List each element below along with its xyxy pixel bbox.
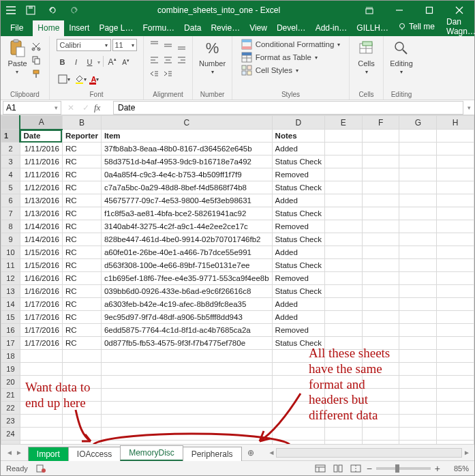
cell[interactable] (362, 194, 399, 207)
cell[interactable] (272, 428, 324, 441)
cell[interactable] (362, 246, 399, 259)
fill-color-button[interactable]: ▾ (73, 73, 88, 85)
cell[interactable]: Added (272, 194, 324, 207)
cell[interactable] (101, 350, 272, 363)
cell[interactable] (399, 311, 437, 324)
cell[interactable] (362, 168, 399, 181)
cell[interactable] (399, 194, 437, 207)
cell[interactable] (272, 376, 324, 389)
cell[interactable] (20, 415, 62, 428)
cell[interactable]: RC (62, 298, 101, 311)
cell[interactable] (101, 402, 272, 415)
cell[interactable] (362, 402, 399, 415)
cell[interactable] (20, 363, 62, 376)
cell[interactable] (362, 311, 399, 324)
row-header[interactable]: 18 (1, 350, 20, 363)
cell[interactable]: RC (62, 246, 101, 259)
cell[interactable] (362, 376, 399, 389)
cell[interactable] (399, 272, 437, 285)
cell[interactable]: Date (20, 130, 62, 143)
cell[interactable]: Status Check (272, 233, 324, 246)
cell[interactable] (362, 272, 399, 285)
cell[interactable] (324, 285, 362, 298)
cell[interactable]: 1/15/2016 (20, 259, 62, 272)
cell[interactable]: 9ec95d97-9f7d-48df-a906-5b5fff8dd943 (101, 311, 272, 324)
paste-button[interactable]: Paste ▾ (7, 39, 27, 75)
cell[interactable] (272, 441, 324, 445)
cell[interactable] (101, 441, 272, 445)
cell[interactable] (437, 441, 474, 445)
formula-bar[interactable]: Date (113, 101, 463, 115)
cell[interactable]: Status Check (272, 285, 324, 298)
cell[interactable]: 1/13/2016 (20, 194, 62, 207)
cell[interactable] (399, 363, 437, 376)
cell[interactable] (362, 220, 399, 233)
cell[interactable] (399, 130, 437, 143)
cell[interactable] (101, 389, 272, 402)
cut-button[interactable] (30, 40, 42, 53)
cell[interactable] (399, 220, 437, 233)
cell[interactable] (272, 350, 324, 363)
cell[interactable] (324, 220, 362, 233)
cell[interactable] (324, 233, 362, 246)
row-header[interactable]: 24 (1, 428, 20, 441)
cancel-formula-button[interactable]: ✕ (64, 103, 78, 113)
cell[interactable]: RC (62, 155, 101, 168)
tell-me[interactable]: Tell me (393, 19, 440, 35)
cell[interactable] (272, 363, 324, 376)
cell[interactable]: RC (62, 207, 101, 220)
page-break-view-button[interactable] (349, 463, 363, 474)
column-header-H[interactable]: H (437, 116, 474, 130)
cell[interactable] (62, 363, 101, 376)
cell[interactable] (399, 350, 437, 363)
macro-record-icon[interactable] (36, 464, 46, 473)
cell[interactable] (399, 376, 437, 389)
cell[interactable] (399, 415, 437, 428)
cell[interactable] (399, 324, 437, 337)
column-header-B[interactable]: B (62, 116, 101, 130)
cell[interactable] (399, 298, 437, 311)
cell[interactable] (399, 155, 437, 168)
cell[interactable]: RC (62, 194, 101, 207)
row-header[interactable]: 13 (1, 285, 20, 298)
borders-button[interactable]: ▾ (57, 73, 72, 85)
cell[interactable]: 828be447-461d-4be0-9914-02b70701746fb2 (101, 233, 272, 246)
cell[interactable]: Added (272, 311, 324, 324)
increase-indent-button[interactable] (162, 68, 174, 80)
cell[interactable] (399, 168, 437, 181)
cell[interactable]: Added (272, 298, 324, 311)
cell[interactable] (362, 181, 399, 194)
cell[interactable] (324, 194, 362, 207)
cell[interactable]: 3140ab4f-3275-4c2f-a9c1-44e2ee2ce17c (101, 220, 272, 233)
sheet-nav-prev[interactable]: ◄ (6, 449, 13, 456)
cell[interactable] (437, 350, 474, 363)
row-header[interactable]: 5 (1, 181, 20, 194)
cell[interactable]: Removed (272, 324, 324, 337)
cell[interactable] (62, 350, 101, 363)
cell[interactable] (324, 428, 362, 441)
cell[interactable] (101, 428, 272, 441)
cell[interactable] (437, 143, 474, 155)
row-header[interactable]: 10 (1, 246, 20, 259)
ribbon-tab-revie[interactable]: Revie… (206, 20, 245, 36)
qat-undo-icon[interactable] (44, 3, 61, 17)
cell[interactable] (437, 233, 474, 246)
row-header[interactable]: 7 (1, 207, 20, 220)
editing-button[interactable]: Editing ▾ (390, 39, 413, 75)
cell[interactable] (399, 389, 437, 402)
expand-formula-bar-button[interactable]: ▾ (463, 104, 474, 111)
font-color-button[interactable]: A▾ (89, 73, 102, 85)
cell[interactable] (62, 415, 101, 428)
cell[interactable] (362, 130, 399, 143)
cell[interactable]: f1c8f5a3-ae81-4bfa-bce2-58261941ac92 (101, 207, 272, 220)
increase-font-button[interactable]: A▴ (106, 56, 119, 68)
row-header[interactable]: 4 (1, 168, 20, 181)
cell[interactable]: 1/12/2016 (20, 181, 62, 194)
cell[interactable]: RC (62, 168, 101, 181)
app-menu-icon[interactable] (6, 6, 17, 14)
cell[interactable] (324, 441, 362, 445)
bold-button[interactable]: B (57, 56, 69, 68)
row-header[interactable]: 11 (1, 259, 20, 272)
row-header[interactable]: 2 (1, 143, 20, 155)
ribbon-tab-gillh[interactable]: GILLH… (352, 20, 393, 36)
